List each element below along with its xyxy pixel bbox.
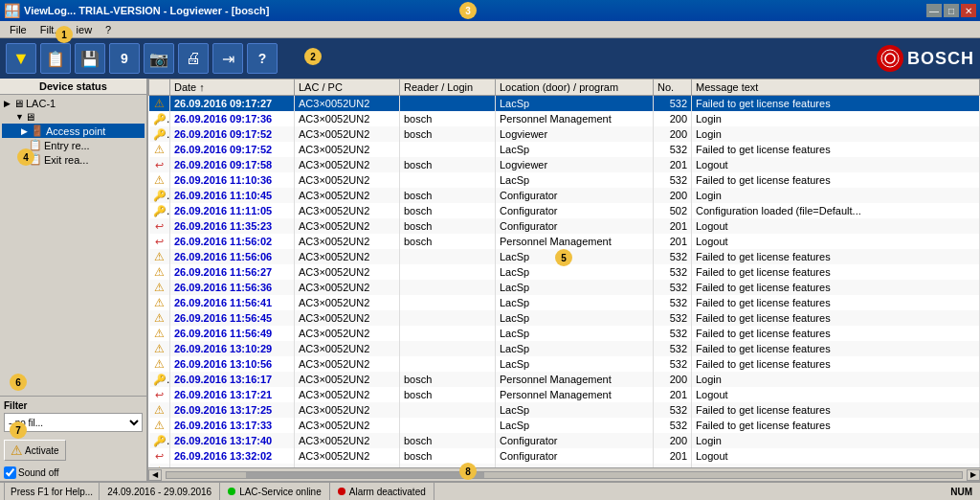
status-num: NUM xyxy=(947,487,976,497)
row-message: Logout xyxy=(692,234,980,249)
table-row[interactable]: 🔑 26.09.2016 11:10:45 AC3×0052UN2 bosch … xyxy=(149,188,980,203)
col-header-message[interactable]: Message text xyxy=(692,80,980,96)
row-message: Failed to get license features xyxy=(692,356,980,372)
row-no: 532 xyxy=(654,402,692,418)
row-icon-cell: ⚠ xyxy=(149,249,170,264)
sound-off-checkbox[interactable] xyxy=(4,466,16,479)
row-reader: bosch xyxy=(400,157,496,172)
activate-button[interactable]: ⚠ Activate xyxy=(4,440,66,461)
table-row[interactable]: ⚠ 26.09.2016 13:10:56 AC3×0052UN2 LacSp … xyxy=(149,356,980,372)
filter-button[interactable]: ▼ xyxy=(6,43,36,74)
row-message: Login xyxy=(692,126,980,142)
table-row[interactable]: ↩ 26.09.2016 11:56:02 AC3×0052UN2 bosch … xyxy=(149,234,980,249)
row-lac: AC3×0052UN2 xyxy=(295,96,400,112)
table-row[interactable]: 🔑 26.09.2016 13:17:40 AC3×0052UN2 bosch … xyxy=(149,433,980,448)
row-date: 26.09.2016 13:10:56 xyxy=(170,356,295,372)
row-location: LacSp xyxy=(496,96,654,112)
help-button[interactable]: ? xyxy=(247,43,278,74)
row-icon-cell: ⚠ xyxy=(149,96,170,112)
row-reader xyxy=(400,402,496,418)
scroll-right-button[interactable]: ▶ xyxy=(967,469,980,481)
number-button[interactable]: 9 xyxy=(109,43,140,74)
row-reader xyxy=(400,341,496,356)
row-date: 26.09.2016 11:10:36 xyxy=(170,172,295,188)
horizontal-scrollbar[interactable]: 8 ◀ ▶ xyxy=(148,467,980,481)
tree-item-lac1[interactable]: ▶ 🖥 LAC-1 xyxy=(2,97,145,110)
table-row[interactable]: ⚠ 26.09.2016 13:10:29 AC3×0052UN2 LacSp … xyxy=(149,341,980,356)
window-controls[interactable]: — □ ✕ xyxy=(926,4,976,17)
table-row[interactable]: ⚠ 26.09.2016 11:56:45 AC3×0052UN2 LacSp … xyxy=(149,310,980,326)
warning-icon: ⚠ xyxy=(154,296,165,309)
row-lac: AC3×0052UN2 xyxy=(295,448,400,464)
tree-item-lac1-sub[interactable]: ▼ 🖥 xyxy=(2,110,145,124)
row-location: LacSp xyxy=(496,172,654,188)
col-header-icon[interactable] xyxy=(149,80,170,96)
annotation-7: 7 xyxy=(10,421,27,439)
scroll-track[interactable] xyxy=(166,471,963,479)
annotation-4: 4 xyxy=(17,148,34,166)
print-button[interactable]: 🖨 xyxy=(178,43,209,74)
expand-access-icon: ▶ xyxy=(21,126,31,136)
row-icon-cell: ⚠ xyxy=(149,341,170,356)
row-reader xyxy=(400,280,496,295)
table-row[interactable]: ⚠ 26.09.2016 13:17:25 AC3×0052UN2 LacSp … xyxy=(149,402,980,418)
row-date: 26.09.2016 11:56:41 xyxy=(170,295,295,310)
bosch-logo: BOSCH xyxy=(877,45,974,72)
table-row[interactable]: ⚠ 26.09.2016 11:56:27 AC3×0052UN2 LacSp … xyxy=(149,264,980,280)
close-button[interactable]: ✕ xyxy=(961,4,976,17)
row-date: 26.09.2016 13:17:25 xyxy=(170,402,295,418)
expand-sub-icon: ▼ xyxy=(15,112,25,122)
scroll-thumb[interactable] xyxy=(246,472,484,478)
row-message: Login xyxy=(692,372,980,387)
row-icon-cell: ⚠ xyxy=(149,172,170,188)
menu-help[interactable]: ? xyxy=(100,23,117,36)
row-icon-cell: 🔑 xyxy=(149,188,170,203)
row-location: LacSp xyxy=(496,280,654,295)
table-row[interactable]: ↩ 26.09.2016 13:17:21 AC3×0052UN2 bosch … xyxy=(149,387,980,402)
table-row[interactable]: ⚠ 26.09.2016 11:56:41 AC3×0052UN2 LacSp … xyxy=(149,295,980,310)
row-no: 502 xyxy=(654,203,692,218)
table-row[interactable]: 🔑 26.09.2016 09:17:52 AC3×0052UN2 bosch … xyxy=(149,126,980,142)
warning-icon: ⚠ xyxy=(154,143,165,156)
table-row[interactable]: 🔑 26.09.2016 11:11:05 AC3×0052UN2 bosch … xyxy=(149,203,980,218)
toolbar: 2 ▼ 📋 💾 9 📷 🖨 ⇥ ? BOSCH xyxy=(0,38,980,79)
row-reader: bosch xyxy=(400,372,496,387)
col-header-lac[interactable]: LAC / PC xyxy=(295,80,400,96)
table-row[interactable]: ↩ 26.09.2016 11:35:23 AC3×0052UN2 bosch … xyxy=(149,218,980,234)
table-row[interactable]: ↩ 26.09.2016 13:32:02 AC3×0052UN2 bosch … xyxy=(149,448,980,464)
row-lac: AC3×0052UN2 xyxy=(295,356,400,372)
table-row[interactable]: 🔑 26.09.2016 09:17:36 AC3×0052UN2 bosch … xyxy=(149,111,980,126)
col-header-location[interactable]: Location (door) / program xyxy=(496,80,654,96)
row-date: 26.09.2016 11:35:23 xyxy=(170,218,295,234)
menu-file[interactable]: File xyxy=(4,23,33,36)
col-header-no[interactable]: No. xyxy=(654,80,692,96)
row-icon-cell: 🔑 xyxy=(149,111,170,126)
document-button[interactable]: 📋 xyxy=(40,43,71,74)
alarm-status-dot xyxy=(338,488,345,495)
save-button[interactable]: 💾 xyxy=(75,43,105,74)
scroll-left-button[interactable]: ◀ xyxy=(148,469,162,481)
table-row[interactable]: ⚠ 26.09.2016 11:56:36 AC3×0052UN2 LacSp … xyxy=(149,280,980,295)
table-row[interactable]: ↩ 26.09.2016 09:17:58 AC3×0052UN2 bosch … xyxy=(149,157,980,172)
table-row[interactable]: ⚠ 26.09.2016 09:17:52 AC3×0052UN2 LacSp … xyxy=(149,142,980,157)
minimize-button[interactable]: — xyxy=(926,4,942,17)
table-row[interactable]: ⚠ 26.09.2016 13:17:33 AC3×0052UN2 LacSp … xyxy=(149,418,980,433)
log-table-container[interactable]: Date ↑ LAC / PC Reader / Login Location … xyxy=(148,79,980,467)
row-date: 26.09.2016 13:17:33 xyxy=(170,418,295,433)
row-lac: AC3×0052UN2 xyxy=(295,249,400,264)
col-header-date[interactable]: Date ↑ xyxy=(170,80,295,96)
export-button[interactable]: ⇥ xyxy=(212,43,243,74)
menu-view[interactable]: iew xyxy=(71,23,99,36)
row-location: LacSp xyxy=(496,249,654,264)
camera-button[interactable]: 📷 xyxy=(144,43,174,74)
table-row[interactable]: ⚠ 26.09.2016 11:56:49 AC3×0052UN2 LacSp … xyxy=(149,326,980,341)
table-row[interactable]: ⚠ 26.09.2016 11:10:36 AC3×0052UN2 LacSp … xyxy=(149,172,980,188)
row-reader: bosch xyxy=(400,218,496,234)
warning-icon: ⚠ xyxy=(154,281,165,294)
server-icon: 🖥 xyxy=(25,111,35,123)
table-row[interactable]: ⚠ 26.09.2016 09:17:27 AC3×0052UN2 LacSp … xyxy=(149,96,980,112)
tree-item-access-point[interactable]: ▶ 🚪 Access point xyxy=(2,124,145,138)
table-row[interactable]: 🔑 26.09.2016 13:16:17 AC3×0052UN2 bosch … xyxy=(149,372,980,387)
col-header-reader[interactable]: Reader / Login xyxy=(400,80,496,96)
maximize-button[interactable]: □ xyxy=(944,4,959,17)
